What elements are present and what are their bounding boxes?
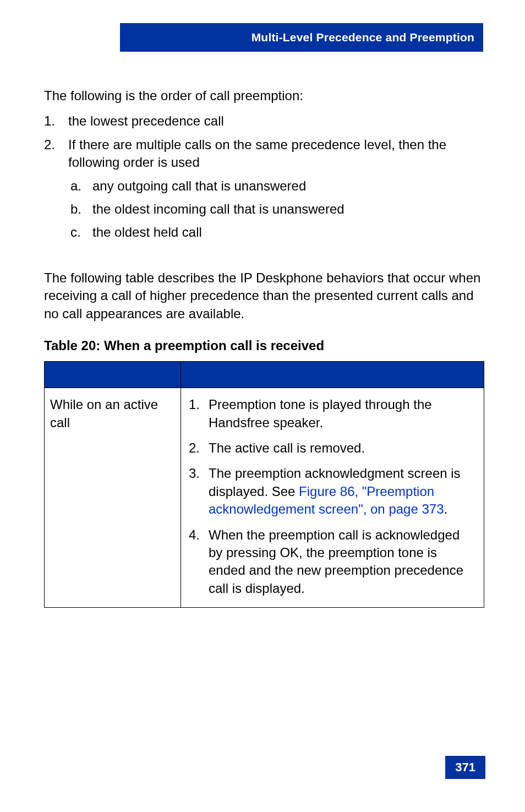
page-content: The following is the order of call preem… bbox=[44, 87, 484, 608]
list-item: 1. the lowest precedence call bbox=[44, 112, 484, 130]
list-number: 4. bbox=[189, 526, 209, 598]
table-caption: Table 20: When a preemption call is rece… bbox=[44, 337, 484, 355]
list-item: 2. The active call is removed. bbox=[189, 439, 476, 457]
list-number: c. bbox=[68, 224, 92, 241]
list-number: 1. bbox=[189, 396, 209, 432]
list-number: b. bbox=[68, 200, 92, 218]
list-text: the oldest incoming call that is unanswe… bbox=[92, 200, 484, 218]
page-number: 371 bbox=[445, 756, 485, 779]
list-text: The active call is removed. bbox=[209, 439, 476, 457]
header-title: Multi-Level Precedence and Preemption bbox=[251, 31, 474, 44]
table-cell-condition: While on an active call bbox=[45, 388, 181, 608]
list-item: c. the oldest held call bbox=[68, 224, 484, 241]
list-number: a. bbox=[68, 177, 92, 195]
list-text: any outgoing call that is unanswered bbox=[92, 177, 484, 195]
list-text: If there are multiple calls on the same … bbox=[68, 136, 484, 247]
list-item: 1. Preemption tone is played through the… bbox=[189, 396, 476, 432]
list-number: 2. bbox=[44, 136, 68, 247]
table-row: While on an active call 1. Preemption to… bbox=[45, 388, 484, 608]
table-header-cell bbox=[45, 362, 181, 388]
page: Multi-Level Precedence and Preemption Th… bbox=[0, 0, 525, 812]
preemption-table: While on an active call 1. Preemption to… bbox=[44, 361, 484, 608]
text-after-link: . bbox=[444, 502, 447, 516]
behavior-list: 1. Preemption tone is played through the… bbox=[189, 396, 476, 597]
intro-table: The following table describes the IP Des… bbox=[44, 269, 484, 323]
list-item: a. any outgoing call that is unanswered bbox=[68, 177, 484, 195]
preemption-order-list: 1. the lowest precedence call 2. If ther… bbox=[44, 112, 484, 247]
list-text: The preemption acknowledgment screen is … bbox=[209, 465, 476, 518]
sub-list: a. any outgoing call that is unanswered … bbox=[68, 177, 484, 242]
list-number: 3. bbox=[189, 465, 209, 518]
list-text: Preemption tone is played through the Ha… bbox=[209, 396, 476, 432]
list-text: When the preemption call is acknowledged… bbox=[209, 526, 476, 598]
list-text: the oldest held call bbox=[92, 224, 484, 241]
list-item: 2. If there are multiple calls on the sa… bbox=[44, 136, 484, 247]
list-item: b. the oldest incoming call that is unan… bbox=[68, 200, 484, 218]
table-header-row bbox=[45, 362, 484, 388]
list-text: the lowest precedence call bbox=[68, 112, 484, 130]
table-header-cell bbox=[181, 362, 484, 388]
list-item: 3. The preemption acknowledgment screen … bbox=[189, 465, 476, 518]
list-number: 1. bbox=[44, 112, 68, 130]
list-text-inner: If there are multiple calls on the same … bbox=[68, 137, 446, 170]
intro-preemption-order: The following is the order of call preem… bbox=[44, 87, 484, 105]
table-cell-behavior: 1. Preemption tone is played through the… bbox=[181, 388, 484, 608]
header-bar: Multi-Level Precedence and Preemption bbox=[120, 23, 483, 52]
list-number: 2. bbox=[189, 439, 209, 457]
list-item: 4. When the preemption call is acknowled… bbox=[189, 526, 476, 598]
